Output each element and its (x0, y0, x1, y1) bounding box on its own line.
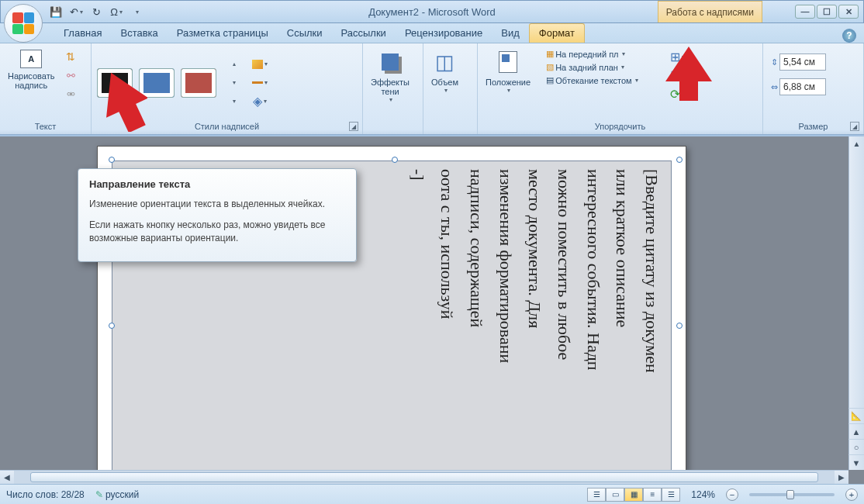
help-icon[interactable]: ? (842, 29, 856, 43)
group-shadow: Эффекты тени▾ (363, 43, 423, 134)
redo-button[interactable]: ↻ (88, 3, 105, 20)
zoom-in-button[interactable]: + (845, 488, 858, 501)
tooltip-title: Направление текста (89, 178, 345, 190)
create-link-button[interactable]: ⚯ (62, 67, 79, 84)
close-button[interactable]: ✕ (838, 5, 859, 19)
save-icon: 💾 (50, 6, 62, 18)
gallery-more[interactable]: ▾ (225, 93, 242, 110)
group-arrange: Положение▾ ▦На передний пл▾ ▧На задний п… (478, 43, 763, 134)
view-draft[interactable]: ☰ (662, 488, 680, 502)
scroll-left[interactable]: ◀ (0, 473, 14, 482)
word-count[interactable]: Число слов: 28/28 (6, 489, 85, 500)
textbox-line: или краткое описание (611, 169, 634, 478)
tab-review[interactable]: Рецензирование (396, 24, 492, 43)
tab-home[interactable]: Главная (54, 24, 111, 43)
draw-textbox-button[interactable]: A Нарисовать надпись (3, 47, 59, 93)
symbol-button[interactable]: Ω▾ (108, 3, 125, 20)
shadow-effects-button[interactable]: Эффекты тени▾ (366, 47, 414, 106)
ruler-toggle[interactable]: 📐 (848, 408, 864, 423)
save-button[interactable]: 💾 (47, 3, 64, 20)
zoom-slider[interactable] (749, 493, 835, 496)
office-logo-icon (12, 12, 34, 34)
break-link-button[interactable]: ⚮ (62, 85, 79, 102)
resize-handle[interactable] (109, 157, 115, 163)
office-button[interactable] (4, 4, 43, 43)
tab-mailings[interactable]: Рассылки (332, 24, 396, 43)
style-preset-3[interactable] (181, 68, 216, 98)
hscroll-thumb[interactable] (30, 472, 818, 482)
maximize-button[interactable]: ☐ (817, 5, 837, 19)
styles-launcher[interactable]: ◢ (349, 122, 358, 131)
group-3d: ◫ Объем▾ (423, 43, 478, 134)
change-shape-button[interactable]: ◈▾ (251, 93, 268, 110)
change-shape-icon: ◈ (253, 94, 262, 109)
resize-handle[interactable] (676, 157, 683, 163)
fill-icon (252, 60, 263, 69)
qat-customize[interactable]: ▾ (128, 3, 145, 20)
size-launcher[interactable]: ◢ (850, 122, 859, 131)
tab-references[interactable]: Ссылки (278, 24, 332, 43)
outline-icon (252, 81, 263, 84)
language-icon: ✎ (95, 489, 105, 500)
zoom-level[interactable]: 124% (691, 489, 715, 500)
textbox-line: интересного события. Надп (582, 169, 605, 478)
send-back-icon: ▧ (546, 62, 554, 72)
tab-insert[interactable]: Вставка (111, 24, 167, 43)
shape-fill-button[interactable]: ▾ (251, 56, 268, 73)
horizontal-scrollbar[interactable]: ◀ ▶ (0, 470, 848, 484)
next-page[interactable]: ▼ (848, 454, 864, 470)
browse-object[interactable]: ○ (848, 439, 864, 454)
resize-handle[interactable] (109, 323, 115, 329)
view-buttons: ☰ ▭ ▦ ≡ ☰ (587, 488, 680, 502)
scroll-right[interactable]: ▶ (835, 473, 848, 482)
shadow-icon (378, 50, 403, 74)
tab-page-layout[interactable]: Разметка страницы (168, 24, 278, 43)
send-to-back-button[interactable]: ▧На задний план▾ (543, 61, 664, 73)
view-print-layout[interactable]: ☰ (587, 488, 606, 502)
redo-icon: ↻ (92, 6, 101, 18)
gallery-down[interactable]: ▾ (225, 74, 242, 91)
textbox-icon: A (20, 50, 42, 68)
height-row: ⇕ (768, 53, 829, 71)
group-size-label: Размер◢ (765, 120, 862, 133)
gallery-up[interactable]: ▴ (225, 56, 242, 73)
height-icon: ⇕ (771, 57, 778, 67)
resize-handle[interactable] (676, 323, 683, 329)
text-wrapping-button[interactable]: ▤Обтекание текстом▾ (543, 74, 664, 86)
zoom-knob[interactable] (786, 490, 794, 499)
tooltip-para1: Изменение ориентации текста в выделенных… (89, 198, 345, 211)
textbox-line: надписи, содержащей (465, 169, 488, 478)
title-bar: 💾 ↶▾ ↻ Ω▾ ▾ Документ2 - Microsoft Word Р… (0, 0, 864, 23)
scroll-up[interactable]: ▲ (849, 136, 864, 150)
minimize-button[interactable]: — (795, 5, 815, 19)
view-outline[interactable]: ≡ (643, 488, 662, 502)
width-input[interactable] (779, 78, 826, 95)
svg-marker-1 (665, 47, 712, 101)
language-indicator[interactable]: ✎ русский (95, 489, 139, 500)
view-full-screen[interactable]: ▭ (606, 488, 624, 502)
3d-effects-button[interactable]: ◫ Объем▾ (427, 47, 463, 97)
shape-outline-button[interactable]: ▾ (251, 74, 268, 91)
ribbon-tabs: Главная Вставка Разметка страницы Ссылки… (0, 23, 864, 43)
view-web-layout[interactable]: ▦ (624, 488, 643, 502)
group-size: ⇕ ⇔ Размер◢ (763, 43, 864, 134)
bring-front-icon: ▦ (546, 49, 554, 59)
text-direction-button[interactable]: ⇅ (62, 48, 79, 65)
break-link-icon: ⚮ (67, 88, 75, 100)
tab-format[interactable]: Формат (529, 23, 585, 43)
tab-view[interactable]: Вид (492, 24, 529, 43)
zoom-out-button[interactable]: − (726, 488, 738, 501)
height-input[interactable] (779, 54, 826, 71)
prev-page[interactable]: ▲ (848, 423, 864, 439)
textbox-line: место документа. Для (524, 169, 547, 478)
contextual-tab-title: Работа с надписями (658, 1, 762, 22)
undo-button[interactable]: ↶▾ (67, 3, 85, 20)
bring-to-front-button[interactable]: ▦На передний пл▾ (543, 48, 664, 60)
tooltip-para2: Если нажать кнопку несколько раз, можно … (89, 219, 345, 245)
resize-handle[interactable] (392, 157, 398, 163)
window-controls: — ☐ ✕ (795, 5, 859, 19)
position-button[interactable]: Положение▾ (481, 47, 535, 97)
wrap-icon: ▤ (546, 75, 554, 85)
window-title: Документ2 - Microsoft Word (368, 6, 496, 18)
text-direction-icon: ⇅ (66, 50, 75, 63)
